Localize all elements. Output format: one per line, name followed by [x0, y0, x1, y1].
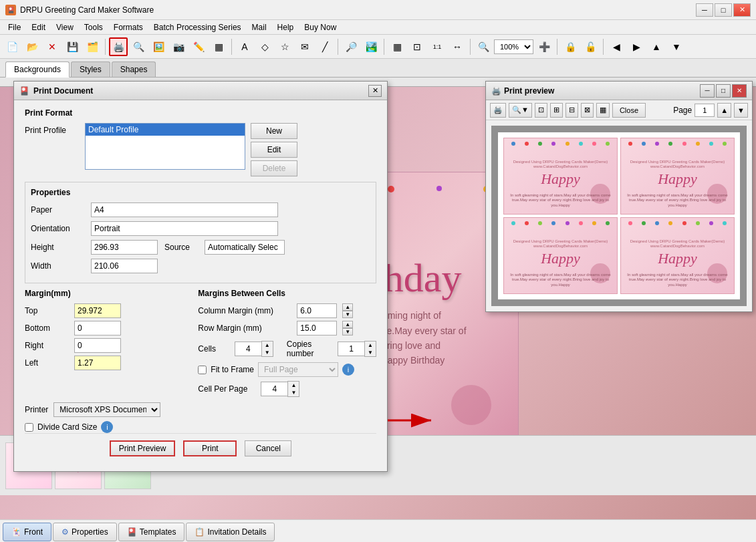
- menu-view[interactable]: View: [51, 21, 79, 33]
- nav-next-button[interactable]: ▶: [627, 37, 646, 56]
- row-margin-input[interactable]: [297, 321, 337, 335]
- nav-down-button[interactable]: ▼: [667, 37, 686, 56]
- width-input[interactable]: [91, 259, 158, 273]
- row-margin-spinner[interactable]: ▲ ▼: [342, 321, 353, 335]
- preview-zoom2-btn[interactable]: ⊞: [550, 103, 563, 118]
- menu-help[interactable]: Help: [272, 21, 299, 33]
- copies-arrows[interactable]: ▲ ▼: [364, 341, 376, 357]
- title-bar-controls[interactable]: ─ □ ✕: [696, 3, 751, 17]
- shape-button[interactable]: ◇: [255, 37, 274, 56]
- copies-spinner[interactable]: ▲ ▼: [338, 341, 376, 357]
- delete-profile-button[interactable]: Delete: [251, 160, 297, 176]
- dialog-close-button[interactable]: ✕: [368, 85, 382, 97]
- left-input[interactable]: [74, 356, 121, 370]
- preview-close-button[interactable]: Close: [612, 103, 646, 118]
- divide-checkbox[interactable]: [25, 423, 33, 432]
- print-button[interactable]: Print: [183, 440, 237, 456]
- preview-page-up[interactable]: ▲: [717, 103, 731, 118]
- preview-page-down[interactable]: ▼: [734, 103, 748, 118]
- cells-spinner[interactable]: ▲ ▼: [235, 341, 273, 357]
- cell-per-page-input[interactable]: [261, 382, 287, 396]
- paper-input[interactable]: [91, 202, 278, 217]
- zoom-out-button[interactable]: 🔍: [474, 37, 493, 56]
- printer-select[interactable]: Microsoft XPS Document: [53, 402, 160, 417]
- zoom-select[interactable]: 100% 75% 150%: [494, 39, 533, 54]
- cell-per-page-spinner[interactable]: ▲ ▼: [261, 381, 299, 397]
- tab-backgrounds[interactable]: Backgrounds: [5, 61, 70, 78]
- maximize-button[interactable]: □: [715, 3, 732, 17]
- clipart-button[interactable]: ☆: [275, 37, 294, 56]
- menu-edit[interactable]: Edit: [26, 21, 51, 33]
- bottom-tab-properties[interactable]: ⚙ Properties: [53, 523, 117, 541]
- fit-width-button[interactable]: ↔: [448, 37, 467, 56]
- cell-per-page-down[interactable]: ▼: [288, 389, 299, 396]
- preview-zoom1-btn[interactable]: ⊡: [535, 103, 547, 118]
- preview-zoom4-btn[interactable]: ⊠: [581, 103, 594, 118]
- preview-page-input[interactable]: [695, 104, 715, 117]
- lock-button[interactable]: 🔒: [561, 37, 580, 56]
- top-input[interactable]: [74, 303, 121, 318]
- menu-buy[interactable]: Buy Now: [299, 21, 342, 33]
- right-input[interactable]: [74, 338, 121, 353]
- tab-shapes[interactable]: Shapes: [112, 61, 156, 77]
- fitpage-button[interactable]: ⊡: [408, 37, 426, 56]
- edit-profile-button[interactable]: Edit: [251, 142, 297, 158]
- cancel-button[interactable]: Cancel: [245, 440, 291, 456]
- pencil-button[interactable]: ✏️: [189, 37, 208, 56]
- minimize-button[interactable]: ─: [696, 3, 713, 17]
- preview-maximize[interactable]: □: [716, 84, 731, 98]
- cell-per-page-up[interactable]: ▲: [288, 382, 299, 389]
- preview-zoom5-btn[interactable]: ▦: [596, 103, 610, 118]
- print-button[interactable]: 🖨️: [109, 37, 128, 56]
- copies-up[interactable]: ▲: [365, 342, 376, 349]
- barcode-button[interactable]: ▦: [209, 37, 228, 56]
- cells-down[interactable]: ▼: [262, 349, 273, 356]
- height-input[interactable]: [91, 240, 158, 255]
- fit-frame-checkbox[interactable]: [198, 366, 207, 374]
- row-margin-down[interactable]: ▼: [342, 328, 353, 335]
- col-margin-up[interactable]: ▲: [342, 303, 353, 311]
- zoom-in-button[interactable]: ➕: [535, 37, 553, 56]
- preview-zoom3-btn[interactable]: ⊟: [565, 103, 578, 118]
- cells-up[interactable]: ▲: [262, 342, 273, 349]
- preview-search-btn[interactable]: 🔍▼: [509, 103, 532, 118]
- cells-arrows[interactable]: ▲ ▼: [261, 341, 273, 357]
- menu-batch[interactable]: Batch Processing Series: [148, 21, 247, 33]
- camera-button[interactable]: 📷: [169, 37, 188, 56]
- print-preview-button[interactable]: Print Preview: [110, 440, 176, 456]
- preview-window-controls[interactable]: ─ □ ✕: [700, 84, 747, 98]
- open-button[interactable]: 📂: [23, 37, 41, 56]
- cell-per-page-arrows[interactable]: ▲ ▼: [287, 381, 299, 397]
- col-margin-spinner[interactable]: ▲ ▼: [342, 303, 353, 318]
- copies-input[interactable]: [338, 342, 364, 356]
- table-button[interactable]: ▦: [388, 37, 406, 56]
- new-profile-button[interactable]: New: [251, 123, 297, 139]
- bottom-tab-front[interactable]: 🃏 Front: [3, 523, 51, 541]
- menu-mail[interactable]: Mail: [247, 21, 272, 33]
- fit-frame-info-icon[interactable]: i: [342, 364, 354, 376]
- photo2-button[interactable]: 🏞️: [362, 37, 380, 56]
- bottom-tab-templates[interactable]: 🎴 Templates: [118, 523, 185, 541]
- actual-size-button[interactable]: 1:1: [428, 37, 447, 56]
- line-button[interactable]: ╱: [316, 37, 334, 56]
- save-button[interactable]: 💾: [63, 37, 82, 56]
- close-button[interactable]: ✕: [733, 3, 751, 17]
- nav-prev-button[interactable]: ◀: [607, 37, 626, 56]
- profile-item-default[interactable]: Default Profile: [86, 124, 245, 136]
- tab-styles[interactable]: Styles: [71, 61, 110, 77]
- bottom-input[interactable]: [74, 321, 121, 335]
- symbol-button[interactable]: ✉: [295, 37, 314, 56]
- photo-button[interactable]: 🖼️: [149, 37, 168, 56]
- col-margin-down[interactable]: ▼: [342, 311, 353, 318]
- orientation-input[interactable]: [91, 221, 278, 236]
- menu-formats[interactable]: Formats: [108, 21, 148, 33]
- fit-frame-dropdown[interactable]: Full Page: [258, 362, 338, 377]
- print-preview-tb-button[interactable]: 🔍: [129, 37, 148, 56]
- menu-file[interactable]: File: [3, 21, 26, 33]
- source-input[interactable]: [205, 240, 285, 255]
- delete-button[interactable]: ✕: [43, 37, 61, 56]
- cells-input[interactable]: [235, 342, 261, 356]
- col-margin-input[interactable]: [297, 303, 337, 318]
- new-button[interactable]: 📄: [3, 37, 21, 56]
- unlock-button[interactable]: 🔓: [581, 37, 600, 56]
